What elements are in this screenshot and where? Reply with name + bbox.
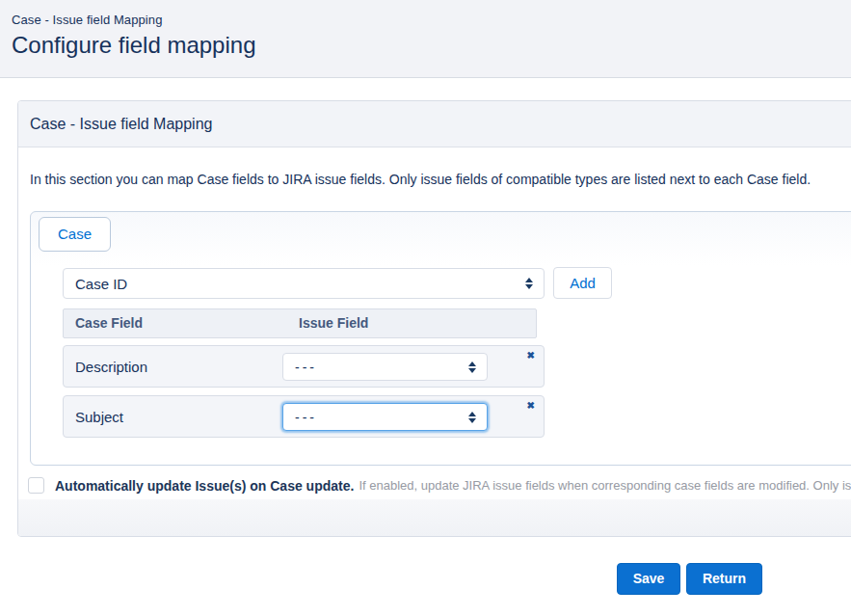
mapping-row-subject: Subject --- ✖ xyxy=(63,395,545,438)
case-field-picker-value: Case ID xyxy=(75,276,127,292)
issue-field-value: --- xyxy=(295,410,317,425)
card-footer xyxy=(18,499,851,536)
tab-case[interactable]: Case xyxy=(39,217,111,252)
auto-update-label[interactable]: Automatically update Issue(s) on Case up… xyxy=(55,478,354,494)
remove-mapping-icon[interactable]: ✖ xyxy=(527,399,535,413)
case-field-label: Description xyxy=(75,359,147,375)
case-field-picker-select[interactable]: Case ID xyxy=(63,268,545,299)
auto-update-checkbox[interactable] xyxy=(28,477,44,494)
auto-update-row: Automatically update Issue(s) on Case up… xyxy=(28,477,851,494)
issue-field-select-subject[interactable]: --- xyxy=(282,403,488,431)
remove-mapping-icon[interactable]: ✖ xyxy=(527,349,535,362)
issue-field-select-description[interactable]: --- xyxy=(282,353,488,381)
save-button[interactable]: Save xyxy=(617,563,680,595)
select-spinner-icon xyxy=(468,362,477,373)
select-spinner-icon xyxy=(525,278,534,289)
column-header-case-field: Case Field xyxy=(75,309,143,337)
mapping-row-description: Description --- ✖ xyxy=(63,345,545,388)
column-header-issue-field: Issue Field xyxy=(299,309,368,337)
mapping-table-header: Case Field Issue Field xyxy=(63,308,537,338)
case-field-label: Subject xyxy=(75,409,123,425)
issue-field-value: --- xyxy=(295,360,317,375)
page-title: Configure field mapping xyxy=(12,32,256,59)
auto-update-help-text: If enabled, update JIRA issue fields whe… xyxy=(359,478,851,493)
add-button[interactable]: Add xyxy=(553,267,612,299)
select-spinner-icon xyxy=(468,412,477,423)
page-header: Case - Issue field Mapping Configure fie… xyxy=(0,0,851,78)
return-button[interactable]: Return xyxy=(686,563,762,595)
case-tab-panel: Case Case ID Add Case Field Issue Field … xyxy=(30,211,851,466)
field-mapping-card: Case - Issue field Mapping In this secti… xyxy=(17,100,851,537)
section-description: In this section you can map Case fields … xyxy=(30,172,811,187)
card-header-title: Case - Issue field Mapping xyxy=(18,101,851,147)
breadcrumb[interactable]: Case - Issue field Mapping xyxy=(12,13,163,27)
